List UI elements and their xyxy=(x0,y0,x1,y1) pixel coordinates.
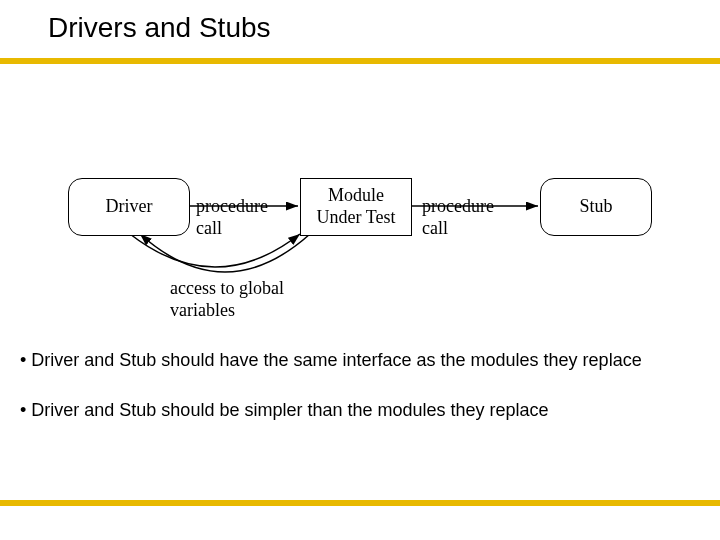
bullet-1: • Driver and Stub should have the same i… xyxy=(20,350,642,371)
slide: Drivers and Stubs Driver Module Under Te… xyxy=(0,0,720,540)
access-global-label: access to global variables xyxy=(170,278,284,321)
stub-box: Stub xyxy=(540,178,652,236)
page-title: Drivers and Stubs xyxy=(48,12,271,44)
divider-top xyxy=(0,58,720,64)
diagram-arrows xyxy=(0,0,720,540)
divider-bottom xyxy=(0,500,720,506)
procedure-call-label-1: procedure call xyxy=(196,196,268,239)
procedure-call-label-2: procedure call xyxy=(422,196,494,239)
bullet-2: • Driver and Stub should be simpler than… xyxy=(20,400,549,421)
module-under-test-box: Module Under Test xyxy=(300,178,412,236)
driver-box: Driver xyxy=(68,178,190,236)
